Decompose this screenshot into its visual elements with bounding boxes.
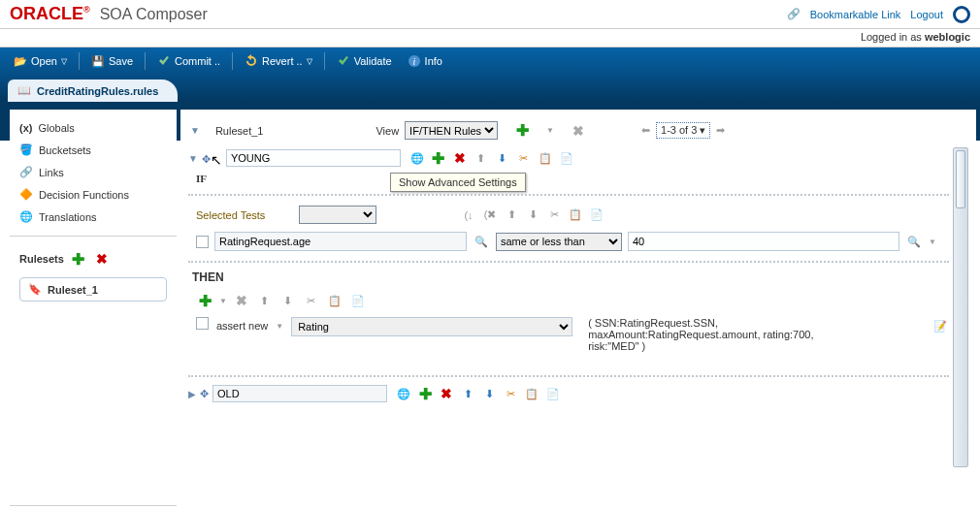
open-button[interactable]: 📂 Open ▽ (8, 50, 73, 72)
cut-icon[interactable]: ✂ (515, 149, 533, 167)
bracket-close-icon[interactable]: (✖ (481, 206, 499, 224)
save-icon: 💾 (91, 54, 105, 68)
add-action-button[interactable]: ✚ (196, 292, 213, 309)
ruleset-name: Ruleset_1 (215, 125, 264, 137)
oracle-logo: ORACLE® (10, 4, 90, 24)
tab-credit-rating-rules[interactable]: 📖 CreditRatingRules.rules (8, 79, 178, 102)
cut-icon[interactable]: ✂ (303, 292, 320, 309)
rule-header-young: ▼ ✥↖ 🌐 ✚ ✖ ⬆ ⬇ ✂ 📋 📄 Show Advanced Setti… (188, 147, 949, 169)
sidebar-item-globals[interactable]: (x) Globals (14, 117, 173, 139)
assert-action-row: assert new ▼ Rating ( SSN:RatingRequest.… (188, 313, 949, 356)
vertical-scrollbar[interactable] (953, 147, 968, 467)
arrow-down-icon[interactable]: ⬇ (524, 206, 541, 224)
add-rule-button[interactable]: ✚ (513, 122, 531, 140)
main-toolbar: 📂 Open ▽ 💾 Save Commit .. Revert .. ▽ Va… (0, 48, 980, 75)
advanced-settings-icon[interactable]: ✥↖ (202, 150, 222, 166)
commit-icon (157, 54, 171, 68)
ruleset-item[interactable]: 🔖 Ruleset_1 (19, 277, 167, 302)
add-icon[interactable]: ✚ (430, 149, 447, 167)
test-condition-row: 🔍 same or less than 🔍 ▼ (188, 228, 949, 255)
app-header: ORACLE® SOA Composer 🔗 Bookmarkable Link… (0, 0, 980, 29)
sidebar-item-bucketsets[interactable]: 🪣 Bucketsets (14, 139, 173, 161)
expand-rule-icon[interactable]: ▶ (188, 389, 196, 399)
then-label: THEN (192, 270, 949, 284)
scrollbar-thumb[interactable] (956, 150, 965, 208)
arrow-up-icon[interactable]: ⬆ (459, 385, 476, 402)
arrow-down-icon[interactable]: ⬇ (279, 292, 297, 309)
paste-icon[interactable]: 📄 (558, 149, 575, 167)
copy-icon[interactable]: 📋 (523, 385, 540, 402)
bracket-open-icon[interactable]: (↓ (460, 206, 477, 224)
search-lhs-icon[interactable]: 🔍 (473, 233, 490, 250)
revert-label: Revert .. (262, 55, 303, 67)
bucketsets-icon: 🪣 (19, 143, 33, 156)
search-rhs-icon[interactable]: 🔍 (905, 233, 923, 250)
sidebar-item-label: Bucketsets (39, 144, 91, 156)
edit-params-icon[interactable]: 📝 (931, 317, 949, 334)
pager-next-icon[interactable]: ➡ (716, 124, 725, 137)
pager-prev-icon[interactable]: ⬅ (641, 124, 650, 137)
test-operator-select[interactable]: same or less than (496, 233, 622, 251)
view-select[interactable]: IF/THEN Rules (405, 121, 498, 140)
ruleset-icon: 🔖 (28, 283, 42, 296)
paste-icon[interactable]: 📄 (544, 385, 562, 402)
test-checkbox[interactable] (196, 236, 209, 248)
verify-icon[interactable]: 🌐 (395, 385, 412, 402)
sidebar-item-translations[interactable]: 🌐 Translations (14, 206, 173, 228)
revert-button[interactable]: Revert .. ▽ (239, 50, 318, 72)
tab-label: CreditRatingRules.rules (37, 85, 158, 97)
copy-icon[interactable]: 📋 (537, 149, 554, 167)
logout-link[interactable]: Logout (910, 9, 943, 20)
paste-icon[interactable]: 📄 (588, 206, 605, 224)
ruleset-item-label: Ruleset_1 (48, 284, 98, 296)
arrow-down-icon[interactable]: ⬇ (480, 385, 498, 402)
view-label: View (376, 125, 399, 137)
arrow-down-icon[interactable]: ⬇ (494, 149, 511, 167)
paste-icon[interactable]: 📄 (349, 292, 367, 309)
rule-name-input[interactable] (212, 385, 387, 402)
collapse-all-icon[interactable]: ▼ (190, 125, 200, 136)
chevron-down-icon: ▽ (307, 57, 312, 66)
delete-action-icon[interactable]: ✖ (233, 292, 250, 309)
add-ruleset-button[interactable]: ✚ (70, 250, 87, 268)
rule-name-input[interactable] (226, 149, 401, 167)
collapse-rule-icon[interactable]: ▼ (188, 153, 198, 164)
advanced-settings-icon[interactable]: ✥ (200, 388, 209, 400)
sidebar-item-label: Links (39, 167, 64, 178)
copy-icon[interactable]: 📋 (567, 206, 584, 224)
test-rhs-field[interactable] (628, 232, 899, 251)
link-icon: 🔗 (787, 8, 800, 20)
arrow-up-icon[interactable]: ⬆ (256, 292, 274, 309)
bookmarkable-link[interactable]: Bookmarkable Link (810, 9, 901, 20)
action-checkbox[interactable] (196, 317, 209, 330)
selected-tests-select[interactable] (299, 206, 376, 224)
save-label: Save (109, 55, 133, 67)
arrow-up-icon[interactable]: ⬆ (473, 149, 490, 167)
sidebar-item-label: Decision Functions (39, 189, 129, 201)
info-icon: i (408, 54, 421, 68)
validate-button[interactable]: Validate (331, 50, 398, 72)
delete-icon[interactable]: ✖ (451, 149, 469, 167)
commit-button[interactable]: Commit .. (151, 50, 226, 72)
sidebar-item-label: Globals (38, 122, 74, 134)
sidebar-item-links[interactable]: 🔗 Links (14, 161, 173, 183)
verify-icon[interactable]: 🌐 (408, 149, 426, 167)
delete-rule-button[interactable]: ✖ (570, 122, 587, 140)
cut-icon[interactable]: ✂ (545, 206, 563, 224)
pager-display[interactable]: 1-3 of 3 ▾ (656, 122, 710, 139)
validate-icon (337, 54, 350, 68)
arrow-up-icon[interactable]: ⬆ (503, 206, 520, 224)
copy-icon[interactable]: 📋 (326, 292, 343, 309)
delete-ruleset-button[interactable]: ✖ (93, 250, 111, 268)
assert-target-select[interactable]: Rating (291, 317, 572, 336)
test-lhs-field[interactable] (214, 232, 467, 251)
assert-params: ( SSN:RatingRequest.SSN, maxAmount:Ratin… (588, 317, 850, 352)
sidebar-item-decision-functions[interactable]: 🔶 Decision Functions (14, 183, 173, 206)
globals-icon: (x) (19, 122, 32, 134)
info-button[interactable]: i Info (402, 50, 448, 72)
add-icon[interactable]: ✚ (416, 385, 434, 402)
cut-icon[interactable]: ✂ (502, 385, 519, 402)
tooltip: Show Advanced Settings (390, 173, 526, 192)
save-button[interactable]: 💾 Save (85, 50, 139, 72)
delete-icon[interactable]: ✖ (438, 385, 455, 402)
